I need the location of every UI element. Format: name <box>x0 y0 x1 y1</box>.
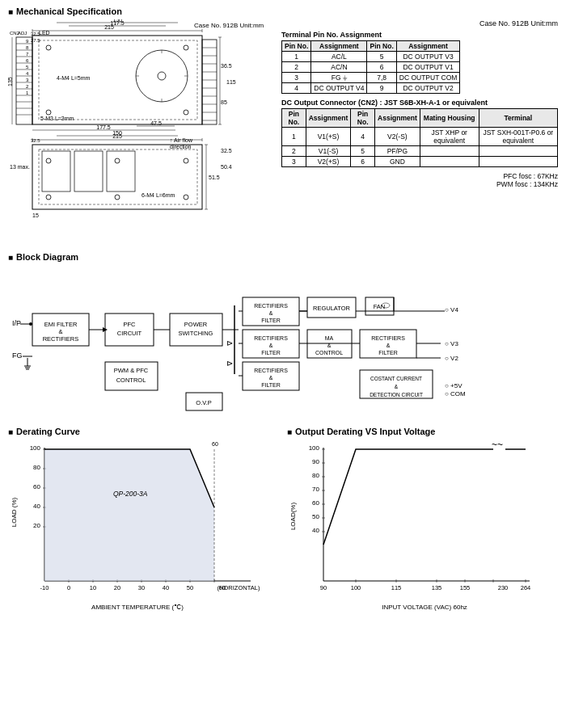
svg-text:50.4: 50.4 <box>221 164 232 170</box>
svg-text:POWER: POWER <box>184 321 208 328</box>
svg-text:85: 85 <box>221 99 227 105</box>
svg-text:0: 0 <box>67 584 70 591</box>
svg-text:50: 50 <box>312 513 319 520</box>
svg-point-47 <box>46 110 51 115</box>
svg-text:15: 15 <box>32 213 39 218</box>
svg-text:4-M4 L=5mm: 4-M4 L=5mm <box>57 75 91 81</box>
output-derating-section: Output Derating VS Input Voltage 100 90 … <box>287 427 558 619</box>
svg-text:○ V4: ○ V4 <box>445 306 458 314</box>
svg-text:COSTANT CURRENT: COSTANT CURRENT <box>370 376 422 381</box>
svg-text:⊳: ⊳ <box>226 359 233 368</box>
case-info: Case No. 912B Unit:mm <box>281 19 558 27</box>
svg-text:264: 264 <box>521 584 531 591</box>
svg-point-4 <box>158 72 166 80</box>
svg-text:90: 90 <box>320 584 327 591</box>
svg-text:&: & <box>386 343 391 348</box>
svg-point-48 <box>184 110 188 115</box>
svg-text:CN2: CN2 <box>10 31 20 36</box>
col-assignment-1: Assignment <box>311 41 367 52</box>
col-pin-no-2: Pin No. <box>367 41 396 52</box>
svg-text:115: 115 <box>226 79 236 85</box>
svg-text:2: 2 <box>26 84 29 89</box>
svg-text:155: 155 <box>460 584 471 591</box>
tables-section: Case No. 912B Unit:mm Terminal Pin No. A… <box>281 19 558 247</box>
svg-text:60: 60 <box>33 483 40 490</box>
svg-text:FAN: FAN <box>374 303 386 310</box>
svg-text:8: 8 <box>26 45 29 50</box>
svg-text:60: 60 <box>212 441 218 447</box>
svg-text:FILTER: FILTER <box>261 350 281 356</box>
svg-text:80: 80 <box>33 464 40 471</box>
svg-text:60: 60 <box>312 499 319 507</box>
svg-text:DETECTION CIRCUIT: DETECTION CIRCUIT <box>370 392 423 398</box>
svg-text:I/P: I/P <box>12 319 21 327</box>
svg-text:135: 135 <box>432 584 442 591</box>
svg-text:↑ Air flow: ↑ Air flow <box>170 137 193 143</box>
svg-text:Case No. 912B  Unit:mm: Case No. 912B Unit:mm <box>194 22 264 29</box>
svg-text:3: 3 <box>26 78 29 82</box>
svg-point-73 <box>184 195 188 200</box>
svg-text:32.5: 32.5 <box>31 32 40 36</box>
dc-connector-title: DC Output Connector (CN2) : JST S6B-XH-A… <box>281 99 558 107</box>
svg-text:○ +5V: ○ +5V <box>445 382 463 389</box>
svg-text:QP-200-3A: QP-200-3A <box>113 490 148 498</box>
svg-text:10: 10 <box>90 584 96 591</box>
svg-text:27.5: 27.5 <box>31 38 40 43</box>
svg-text:~: ~ <box>492 440 497 450</box>
svg-text:(HORIZONTAL): (HORIZONTAL) <box>218 584 260 591</box>
svg-text:6: 6 <box>26 58 29 63</box>
svg-text:REGULATOR: REGULATOR <box>313 305 351 312</box>
svg-text:6-M4 L=6mm: 6-M4 L=6mm <box>142 192 175 198</box>
terminal-table-section: Terminal Pin No. Assignment Pin No. Assi… <box>281 31 558 94</box>
pfc-fosc: PFC fosc : 67KHz <box>281 172 558 180</box>
svg-text:90: 90 <box>312 458 319 465</box>
derating-curve-header: Derating Curve <box>8 427 279 436</box>
svg-text:32.5: 32.5 <box>31 138 40 143</box>
block-diagram-section: Block Diagram I/P FG EMI FILTER & RECTIF… <box>8 252 558 420</box>
curves-section: Derating Curve 100 80 60 40 20 <box>8 427 558 619</box>
svg-text:AMBIENT TEMPERATURE (℃): AMBIENT TEMPERATURE (℃) <box>91 604 184 611</box>
svg-text:115: 115 <box>391 584 402 591</box>
svg-point-3 <box>136 50 188 102</box>
svg-text:1: 1 <box>26 90 29 95</box>
svg-point-75 <box>115 195 120 200</box>
svg-rect-69 <box>107 151 135 191</box>
svg-text:7: 7 <box>26 52 29 57</box>
svg-text:5: 5 <box>26 65 29 69</box>
svg-point-71 <box>184 158 188 163</box>
svg-text:PFC: PFC <box>124 321 137 328</box>
block-diagram-title: Block Diagram <box>16 252 78 262</box>
output-derating-svg: 100 90 80 70 60 50 40 90 100 115 135 <box>287 440 554 617</box>
svg-text:5-M3 L=3mm: 5-M3 L=3mm <box>40 116 74 121</box>
svg-text:100: 100 <box>30 444 41 452</box>
svg-text:150: 150 <box>112 19 122 23</box>
svg-text:30: 30 <box>138 584 145 591</box>
svg-text:&: & <box>269 375 273 381</box>
svg-point-46 <box>184 45 188 50</box>
svg-text:LOAD (%): LOAD (%) <box>11 497 18 527</box>
svg-text:&: & <box>395 384 399 389</box>
mechanical-section: Case No. 912B Unit:mm <box>8 19 558 247</box>
dc-connector-table: Pin No.AssignmentPin No.AssignmentMating… <box>281 108 558 167</box>
svg-text:40: 40 <box>312 527 319 534</box>
svg-point-72 <box>46 195 51 200</box>
terminal-table-title: Terminal Pin No. Assignment <box>281 31 558 39</box>
section-title-mechanical: Mechanical Specification <box>16 6 122 16</box>
pfc-info: PFC fosc : 67KHz PWM fosc : 134KHz <box>281 172 558 188</box>
svg-rect-67 <box>42 151 70 191</box>
svg-text:CIRCUIT: CIRCUIT <box>117 330 142 337</box>
svg-text:70: 70 <box>312 486 319 493</box>
mechanical-drawing-svg: Case No. 912B Unit:mm <box>8 19 275 246</box>
svg-text:20: 20 <box>33 522 40 529</box>
pwm-fosc: PWM fosc : 134KHz <box>281 180 558 188</box>
svg-text:○ COM: ○ COM <box>445 390 466 398</box>
svg-text:100: 100 <box>309 444 320 452</box>
derating-curve-title: Derating Curve <box>16 427 80 436</box>
svg-text:20: 20 <box>114 584 120 591</box>
output-derating-title: Output Derating VS Input Voltage <box>295 427 435 436</box>
svg-text:MA: MA <box>325 335 334 341</box>
svg-text:40: 40 <box>33 503 40 510</box>
svg-point-45 <box>46 45 51 50</box>
svg-text:CONTROL: CONTROL <box>116 377 146 384</box>
svg-text:FILTER: FILTER <box>261 382 281 388</box>
